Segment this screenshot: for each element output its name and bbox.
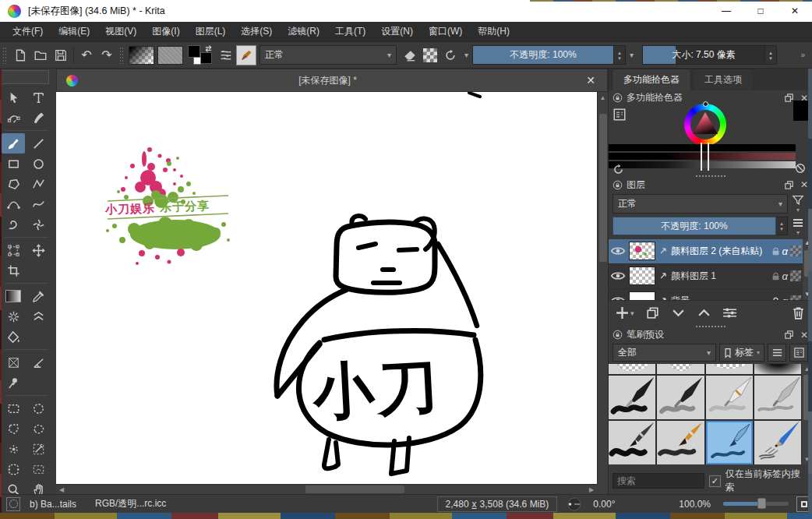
brush-preset-thumbnail[interactable] bbox=[657, 364, 704, 374]
preset-display-button[interactable] bbox=[789, 344, 808, 362]
brush-preset-thumbnail-selected[interactable] bbox=[706, 421, 753, 464]
save-button[interactable] bbox=[51, 45, 71, 65]
undo-button[interactable]: ↶ bbox=[76, 45, 97, 65]
pattern-chooser[interactable] bbox=[157, 46, 183, 65]
brush-preset-thumbnail[interactable] bbox=[754, 421, 801, 464]
foreground-color-swatch[interactable] bbox=[188, 45, 200, 58]
minimize-button[interactable]: — bbox=[709, 0, 743, 22]
canvas-horizontal-scrollbar[interactable]: ◀ ▶ bbox=[56, 484, 597, 494]
brush-size-spinner[interactable]: ▴▾ bbox=[765, 45, 777, 65]
layer-expand-icon[interactable] bbox=[658, 296, 668, 300]
tool-pattern-edit[interactable] bbox=[2, 306, 25, 327]
layer-lock-icon[interactable] bbox=[771, 246, 780, 256]
tool-ellipse-select[interactable] bbox=[26, 398, 50, 418]
delete-layer-button[interactable] bbox=[791, 305, 806, 320]
tool-multibrush[interactable] bbox=[26, 214, 50, 235]
layer-thumbnail[interactable] bbox=[629, 291, 655, 300]
add-layer-button[interactable]: ▾ bbox=[615, 305, 634, 320]
tool-crop[interactable] bbox=[2, 260, 25, 281]
tag-button[interactable]: 标签 ▾ bbox=[719, 344, 764, 362]
layer-thumbnail[interactable] bbox=[629, 242, 655, 260]
hsv-triangle[interactable] bbox=[691, 111, 719, 137]
lock-icon[interactable] bbox=[613, 93, 623, 103]
brush-size-slider[interactable]: 大小: 7.50 像素 bbox=[642, 45, 765, 65]
toolbox-header[interactable] bbox=[1, 70, 49, 84]
move-layer-up-button[interactable] bbox=[697, 305, 711, 320]
inherit-alpha-icon[interactable] bbox=[790, 245, 801, 256]
tool-freehand-select[interactable] bbox=[26, 418, 50, 439]
scroll-up-icon[interactable]: ▲ bbox=[600, 92, 606, 103]
float-docker-icon[interactable] bbox=[784, 180, 794, 190]
shade-selector[interactable] bbox=[609, 144, 796, 170]
color-wheel[interactable] bbox=[684, 104, 726, 146]
canvas-close-button[interactable]: ✕ bbox=[577, 74, 604, 86]
tool-polygon[interactable] bbox=[2, 174, 25, 194]
tool-rect-select[interactable] bbox=[2, 398, 25, 418]
close-docker-icon[interactable]: ✕ bbox=[800, 330, 808, 341]
scope-checkbox-label[interactable]: 仅在当前标签内搜索 bbox=[726, 468, 808, 494]
visibility-eye-icon[interactable] bbox=[610, 245, 626, 256]
zoom-slider-thumb[interactable] bbox=[757, 498, 766, 509]
layer-lock-icon[interactable] bbox=[771, 271, 780, 281]
tool-freehand-brush[interactable] bbox=[2, 133, 25, 154]
lock-icon[interactable] bbox=[613, 180, 623, 190]
redo-button[interactable]: ↷ bbox=[97, 45, 117, 65]
preset-search-input[interactable] bbox=[613, 473, 704, 489]
chevron-down-icon[interactable]: ▾ bbox=[796, 229, 800, 236]
toolbar-drag-handle[interactable] bbox=[2, 47, 8, 64]
chevron-down-icon[interactable]: ▾ bbox=[626, 51, 637, 59]
tool-pan[interactable] bbox=[26, 479, 50, 494]
layer-row[interactable]: 背景 α bbox=[609, 289, 812, 300]
layer-opacity-spinner[interactable]: ▴▾ bbox=[776, 217, 788, 235]
menu-select[interactable]: 选择(S) bbox=[233, 25, 280, 38]
exclude-colors-icon[interactable] bbox=[795, 163, 806, 174]
opacity-spinner[interactable]: ▴▾ bbox=[614, 45, 626, 65]
tool-bezier-curve[interactable] bbox=[2, 194, 25, 214]
tool-measure[interactable] bbox=[26, 352, 50, 372]
canvas-vertical-scrollbar[interactable]: ▲ bbox=[597, 92, 608, 484]
presets-menu-button[interactable] bbox=[768, 344, 786, 362]
layer-expand-icon[interactable] bbox=[658, 271, 668, 281]
tool-fill[interactable] bbox=[2, 327, 25, 347]
eraser-mode-toggle[interactable] bbox=[400, 45, 420, 65]
lock-icon[interactable] bbox=[613, 330, 623, 340]
menu-filter[interactable]: 滤镜(R) bbox=[280, 25, 327, 38]
inherit-alpha-icon[interactable] bbox=[790, 295, 801, 300]
tool-text[interactable] bbox=[26, 87, 50, 108]
tool-enclose-fill[interactable] bbox=[26, 459, 50, 479]
toolbar-overflow-button[interactable]: » bbox=[796, 51, 809, 59]
layer-blend-mode-select[interactable]: 正常 ▾ bbox=[613, 194, 788, 214]
brush-preset-thumbnail[interactable] bbox=[657, 376, 704, 419]
layer-row[interactable]: 颜料图层 1 α bbox=[609, 264, 812, 289]
inherit-alpha-icon[interactable] bbox=[790, 270, 801, 281]
layer-properties-button[interactable] bbox=[722, 305, 737, 320]
toolbar-drag-handle[interactable] bbox=[119, 47, 125, 64]
tab-advanced-color-selector[interactable]: 多功能拾色器 bbox=[612, 69, 691, 90]
tool-magnetic-select[interactable] bbox=[2, 459, 25, 479]
preserve-alpha-toggle[interactable] bbox=[420, 45, 440, 65]
layer-expand-icon[interactable] bbox=[658, 246, 668, 256]
scrollbar-thumb[interactable] bbox=[599, 114, 607, 262]
reload-preset-button[interactable] bbox=[440, 45, 461, 65]
tool-assistants[interactable] bbox=[2, 352, 25, 372]
tool-move[interactable] bbox=[26, 240, 50, 260]
menu-help[interactable]: 帮助(H) bbox=[470, 25, 517, 38]
brush-preset-thumbnail[interactable] bbox=[754, 376, 801, 419]
refresh-colors-icon[interactable] bbox=[613, 164, 624, 175]
hue-marker[interactable] bbox=[703, 101, 708, 107]
tool-gradient[interactable] bbox=[2, 286, 25, 306]
float-docker-icon[interactable] bbox=[784, 330, 794, 340]
opacity-slider[interactable]: 不透明度: 100% bbox=[472, 45, 614, 65]
menu-image[interactable]: 图像(I) bbox=[144, 25, 187, 38]
preset-filter-select[interactable]: 全部 ▾ bbox=[613, 344, 716, 362]
open-document-button[interactable] bbox=[30, 45, 51, 65]
tool-bezier-select[interactable] bbox=[26, 439, 50, 459]
tab-tool-options[interactable]: 工具选项 bbox=[693, 69, 754, 90]
layer-opacity-slider[interactable]: 不透明度: 100% bbox=[613, 217, 776, 235]
chevron-down-icon[interactable]: ▾ bbox=[796, 207, 800, 214]
tool-edit-shapes[interactable] bbox=[2, 108, 25, 128]
float-docker-icon[interactable] bbox=[784, 93, 794, 103]
foreground-background-colors[interactable] bbox=[187, 44, 214, 66]
layers-menu-icon[interactable] bbox=[792, 217, 804, 229]
duplicate-layer-button[interactable] bbox=[645, 305, 660, 320]
